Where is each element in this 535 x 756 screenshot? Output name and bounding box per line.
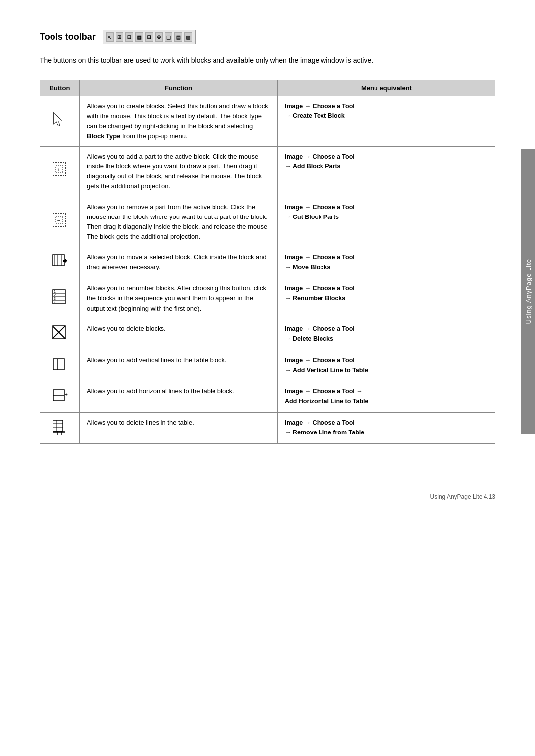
- table-row: 1 2 3 4 Allows you to renumber blocks. A…: [40, 278, 495, 319]
- svg-text:−: −: [57, 218, 60, 223]
- toolbar-icons-display: ↖ ⊞ ⊟ ▦ ⊞ ⊜ □ ▤ ▧: [103, 30, 196, 44]
- menu-cell-5: Image → Choose a Tool → Renumber Blocks: [278, 278, 495, 319]
- function-cell-5: Allows you to renumber blocks. After cho…: [80, 278, 278, 319]
- toolbar-icon-3: ⊟: [125, 32, 133, 42]
- function-cell-2: Allows you to add a part to the active b…: [80, 146, 278, 197]
- intro-text: The buttons on this toolbar are used to …: [40, 55, 495, 66]
- toolbar-icon-6: ⊜: [155, 32, 163, 42]
- menu-cell-9: Image → Choose a Tool → Remove Line from…: [278, 413, 495, 444]
- table-row: − Allows you to remove a part from the a…: [40, 197, 495, 247]
- menu-cell-6: Image → Choose a Tool → Delete Blocks: [278, 319, 495, 350]
- page-title: Tools toolbar: [40, 32, 96, 42]
- function-cell-4: Allows you to move a selected block. Cli…: [80, 247, 278, 278]
- renumber-blocks-icon: 1 2 3 4: [51, 288, 69, 306]
- svg-rect-30: [53, 420, 63, 431]
- cut-block-icon: −: [51, 212, 69, 229]
- menu-cell-1: Image → Choose a Tool → Create Text Bloc…: [278, 96, 495, 147]
- icon-cell-addblock: +: [40, 146, 80, 197]
- side-tab: Using AnyPage Lite: [521, 149, 535, 434]
- svg-marker-12: [63, 258, 67, 263]
- icon-cell-cursor: [40, 96, 80, 147]
- svg-text:+: +: [52, 355, 54, 360]
- col-header-button: Button: [40, 80, 80, 96]
- col-header-menu: Menu equivalent: [278, 80, 495, 96]
- toolbar-icon-1: ↖: [106, 32, 114, 42]
- delete-blocks-icon: [51, 324, 69, 342]
- toolbar-icon-8: ▤: [174, 32, 182, 42]
- svg-text:2: 2: [54, 293, 56, 297]
- function-cell-1: Allows you to create blocks. Select this…: [80, 96, 278, 147]
- svg-text:4: 4: [54, 301, 56, 304]
- add-vertical-line-icon: +: [51, 355, 69, 373]
- col-header-function: Function: [80, 80, 278, 96]
- menu-cell-2: Image → Choose a Tool → Add Block Parts: [278, 146, 495, 197]
- tools-table: Button Function Menu equivalent Allows y…: [40, 80, 495, 444]
- icon-cell-cutblock: −: [40, 197, 80, 247]
- table-row: + Allows you to add a part to the active…: [40, 146, 495, 197]
- page-container: Tools toolbar ↖ ⊞ ⊟ ▦ ⊞ ⊜ □ ▤ ▧ The butt…: [0, 0, 535, 484]
- table-row: + Allows you to add vertical lines to th…: [40, 350, 495, 381]
- toolbar-icon-4: ▦: [135, 32, 143, 42]
- menu-cell-4: Image → Choose a Tool → Move Blocks: [278, 247, 495, 278]
- function-cell-3: Allows you to remove a part from the act…: [80, 197, 278, 247]
- cursor-icon: [51, 111, 69, 129]
- svg-rect-24: [54, 359, 64, 370]
- table-row: Allows you to create blocks. Select this…: [40, 96, 495, 147]
- svg-text:3: 3: [54, 297, 56, 300]
- table-row: + Allows you to add horizontal lines to …: [40, 381, 495, 412]
- icon-cell-addhoriz: +: [40, 381, 80, 412]
- toolbar-icon-2: ⊞: [116, 32, 124, 42]
- icon-cell-renumber: 1 2 3 4: [40, 278, 80, 319]
- table-row: Allows you to move a selected block. Cli…: [40, 247, 495, 278]
- svg-text:+: +: [65, 392, 68, 397]
- page-footer: Using AnyPage Lite 4.13: [0, 484, 535, 510]
- table-row: Allows you to delete blocks. Image → Cho…: [40, 319, 495, 350]
- table-row: Allows you to delete lines in the table.…: [40, 413, 495, 444]
- side-tab-label: Using AnyPage Lite: [525, 259, 532, 324]
- icon-cell-delete: [40, 319, 80, 350]
- function-cell-8: Allows you to add horizontal lines to th…: [80, 381, 278, 412]
- icon-cell-removeline: [40, 413, 80, 444]
- icon-cell-move: [40, 247, 80, 278]
- table-header-row: Button Function Menu equivalent: [40, 80, 495, 96]
- toolbar-icon-7: □: [165, 32, 173, 42]
- menu-cell-8: Image → Choose a Tool → Add Horizontal L…: [278, 381, 495, 412]
- icon-cell-addvert: +: [40, 350, 80, 381]
- menu-cell-7: Image → Choose a Tool → Add Vertical Lin…: [278, 350, 495, 381]
- add-block-icon: +: [51, 161, 69, 179]
- tools-toolbar-heading: Tools toolbar ↖ ⊞ ⊟ ▦ ⊞ ⊜ □ ▤ ▧: [40, 30, 495, 44]
- function-cell-6: Allows you to delete blocks.: [80, 319, 278, 350]
- svg-rect-8: [53, 255, 64, 266]
- svg-text:1: 1: [54, 290, 56, 293]
- add-horizontal-line-icon: +: [51, 386, 69, 404]
- toolbar-icon-5: ⊞: [145, 32, 153, 42]
- move-blocks-icon: [51, 252, 69, 270]
- remove-line-icon: [51, 418, 69, 435]
- footer-text: Using AnyPage Lite 4.13: [430, 493, 495, 500]
- toolbar-icon-9: ▧: [184, 32, 192, 42]
- menu-cell-3: Image → Choose a Tool → Cut Block Parts: [278, 197, 495, 247]
- function-cell-7: Allows you to add vertical lines to the …: [80, 350, 278, 381]
- svg-text:+: +: [57, 167, 60, 173]
- function-cell-9: Allows you to delete lines in the table.: [80, 413, 278, 444]
